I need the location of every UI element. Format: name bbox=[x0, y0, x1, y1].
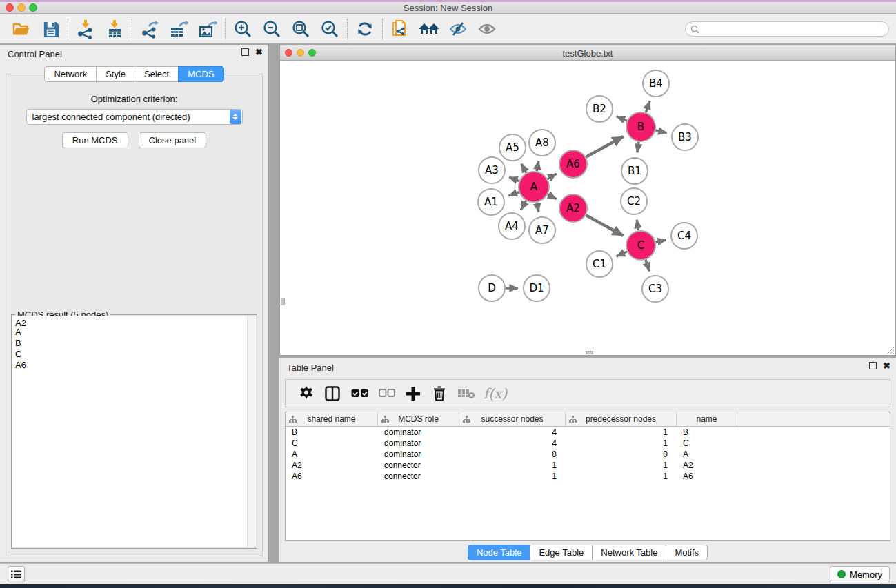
mcds-result-list[interactable]: A2ABCA6 bbox=[12, 316, 256, 547]
table-cell[interactable]: 0 bbox=[566, 449, 677, 460]
zoom-fit-icon[interactable] bbox=[286, 17, 315, 41]
float-table-panel-icon[interactable] bbox=[869, 362, 877, 369]
table-cell[interactable]: dominator bbox=[378, 438, 459, 449]
graph-edge-C-C1[interactable] bbox=[617, 252, 627, 256]
column-header-MCDS-role[interactable]: MCDS role bbox=[378, 412, 459, 426]
graph-edge-A-A7[interactable] bbox=[537, 203, 539, 212]
new-session-network-icon[interactable] bbox=[386, 17, 415, 41]
mcds-result-item[interactable]: A2 bbox=[12, 316, 256, 327]
table-cell[interactable]: 1 bbox=[459, 471, 566, 482]
graph-edge-C-C2[interactable] bbox=[637, 220, 638, 231]
table-cell[interactable]: A bbox=[286, 449, 378, 460]
table-cell[interactable]: 1 bbox=[566, 460, 677, 471]
network-vertical-scroll-thumb[interactable] bbox=[281, 298, 285, 305]
tab-motifs[interactable]: Motifs bbox=[666, 545, 708, 560]
hide-graphics-icon[interactable] bbox=[444, 17, 472, 41]
graph-edge-A-A3[interactable] bbox=[509, 177, 519, 181]
graph-node-B3[interactable]: B3 bbox=[672, 124, 698, 150]
graph-node-A1[interactable]: A1 bbox=[478, 189, 504, 215]
graph-edge-B-B2[interactable] bbox=[617, 116, 627, 121]
graph-node-C1[interactable]: C1 bbox=[586, 251, 613, 277]
graph-node-A4[interactable]: A4 bbox=[499, 213, 525, 239]
mcds-result-item[interactable]: A6 bbox=[12, 360, 256, 371]
graph-node-D[interactable]: D bbox=[479, 275, 505, 301]
control-tab-mcds[interactable]: MCDS bbox=[178, 66, 223, 82]
table-cell[interactable]: B bbox=[677, 427, 737, 438]
close-panel-icon[interactable]: ✖ bbox=[255, 48, 263, 56]
graph-edge-A-A1[interactable] bbox=[508, 192, 519, 196]
import-table-icon[interactable] bbox=[100, 17, 129, 41]
zoom-selected-icon[interactable] bbox=[315, 17, 344, 41]
table-cell[interactable]: 4 bbox=[459, 427, 566, 438]
add-column-icon[interactable] bbox=[400, 383, 426, 404]
graph-node-C[interactable]: C bbox=[626, 231, 655, 260]
graph-edge-B-B3[interactable] bbox=[655, 130, 666, 133]
delete-icon[interactable] bbox=[426, 383, 452, 404]
graph-node-B[interactable]: B bbox=[626, 112, 655, 141]
table-cell[interactable]: C bbox=[286, 438, 378, 449]
tab-network-table[interactable]: Network Table bbox=[592, 545, 666, 560]
table-cell[interactable]: B bbox=[286, 427, 378, 438]
table-cell[interactable]: 1 bbox=[566, 438, 677, 449]
function-builder-icon[interactable]: f(x) bbox=[480, 383, 510, 404]
column-header-name[interactable]: name bbox=[677, 412, 737, 426]
mcds-result-item[interactable]: A bbox=[12, 327, 256, 338]
search-input[interactable] bbox=[702, 23, 888, 35]
table-cell[interactable]: A2 bbox=[286, 460, 378, 471]
graph-node-C2[interactable]: C2 bbox=[621, 188, 647, 214]
graph-edge-A-A4[interactable] bbox=[521, 201, 526, 210]
run-mcds-button[interactable]: Run MCDS bbox=[62, 132, 128, 148]
deselect-checkboxes-icon[interactable] bbox=[374, 383, 400, 404]
table-cell[interactable]: 1 bbox=[459, 460, 566, 471]
graph-edge-A-A5[interactable] bbox=[521, 164, 526, 173]
open-folder-icon[interactable] bbox=[7, 17, 36, 41]
control-tab-network[interactable]: Network bbox=[44, 66, 97, 82]
graph-node-A2[interactable]: A2 bbox=[559, 194, 587, 222]
table-cell[interactable]: 4 bbox=[459, 438, 566, 449]
resize-grip-icon[interactable] bbox=[886, 346, 895, 354]
tab-node-table[interactable]: Node Table bbox=[468, 545, 531, 560]
column-header-successor-nodes[interactable]: successor nodes bbox=[459, 412, 566, 426]
mcds-result-item[interactable]: B bbox=[12, 338, 256, 349]
graph-node-D1[interactable]: D1 bbox=[524, 275, 550, 301]
graph-node-B4[interactable]: B4 bbox=[643, 70, 669, 97]
table-cell[interactable]: A6 bbox=[286, 471, 378, 482]
import-network-icon[interactable] bbox=[71, 17, 100, 41]
show-graphics-icon[interactable] bbox=[472, 17, 501, 41]
graph-edge-A-A6[interactable] bbox=[548, 174, 557, 179]
graph-edge-B-B4[interactable] bbox=[646, 101, 650, 112]
delete-table-icon[interactable] bbox=[452, 383, 480, 404]
table-row[interactable]: Bdominator41B bbox=[286, 427, 890, 438]
close-table-panel-icon[interactable]: ✖ bbox=[883, 362, 890, 369]
table-row[interactable]: A2connector11A2 bbox=[286, 460, 890, 471]
table-cell[interactable]: dominator bbox=[378, 427, 459, 438]
control-tab-style[interactable]: Style bbox=[96, 66, 135, 82]
save-icon[interactable] bbox=[36, 17, 65, 41]
split-columns-icon[interactable] bbox=[319, 383, 346, 404]
close-panel-button[interactable]: Close panel bbox=[139, 132, 207, 148]
table-cell[interactable]: 1 bbox=[566, 427, 677, 438]
select-all-checkboxes-icon[interactable] bbox=[346, 383, 374, 404]
graph-edge-B-B1[interactable] bbox=[637, 142, 639, 152]
table-cell[interactable]: C bbox=[677, 438, 737, 449]
graph-node-B2[interactable]: B2 bbox=[586, 96, 613, 122]
graph-edge-A6-B[interactable] bbox=[586, 136, 623, 157]
export-network-icon[interactable] bbox=[135, 17, 164, 41]
table-row[interactable]: Cdominator41C bbox=[286, 438, 890, 449]
mcds-list-scrollbar[interactable] bbox=[247, 316, 256, 547]
graph-node-A[interactable]: A bbox=[519, 172, 549, 202]
graph-node-A7[interactable]: A7 bbox=[529, 217, 555, 243]
table-row[interactable]: A6connector11A6 bbox=[286, 471, 890, 482]
table-cell[interactable]: A bbox=[677, 449, 737, 460]
float-panel-icon[interactable] bbox=[241, 48, 249, 56]
graph-edge-A-A2[interactable] bbox=[548, 194, 556, 199]
tab-edge-table[interactable]: Edge Table bbox=[530, 545, 593, 560]
network-window-titlebar[interactable]: testGlobe.txt bbox=[280, 45, 895, 61]
table-cell[interactable]: A2 bbox=[677, 460, 737, 471]
refresh-icon[interactable] bbox=[350, 17, 379, 41]
task-history-button[interactable] bbox=[8, 566, 25, 582]
column-header-shared-name[interactable]: shared name bbox=[286, 412, 378, 426]
graph-node-A3[interactable]: A3 bbox=[479, 157, 505, 183]
zoom-out-icon[interactable] bbox=[257, 17, 286, 41]
table-cell[interactable]: dominator bbox=[378, 449, 459, 460]
